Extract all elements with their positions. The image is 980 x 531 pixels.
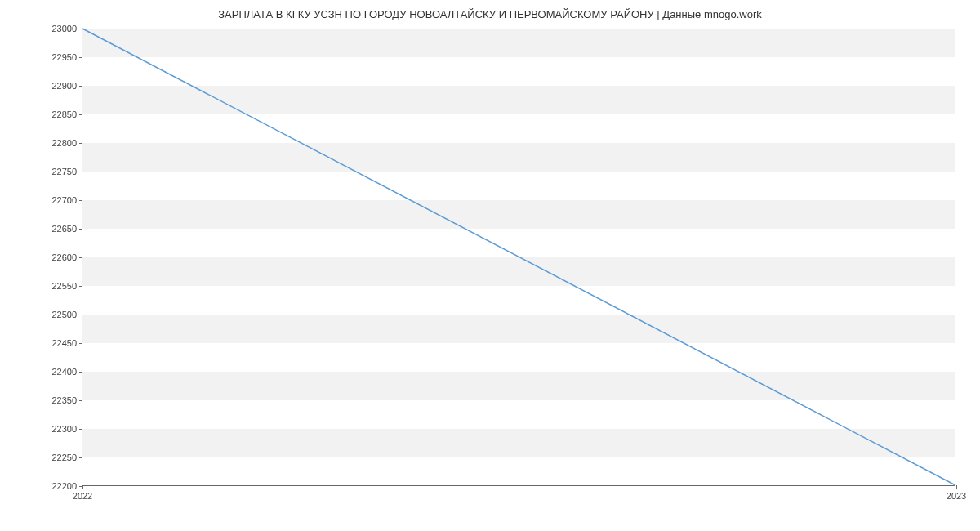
y-tick-mark <box>79 457 82 458</box>
y-tick-mark <box>79 429 82 430</box>
y-tick-mark <box>79 143 82 144</box>
y-tick-label: 22450 <box>36 338 77 348</box>
y-tick-mark <box>79 257 82 258</box>
y-tick-mark <box>79 29 82 29</box>
y-tick-label: 22900 <box>36 81 77 91</box>
y-tick-label: 22250 <box>36 453 77 462</box>
y-tick-mark <box>79 315 82 315</box>
y-tick-label: 22750 <box>36 167 77 176</box>
y-tick-mark <box>79 200 82 201</box>
data-line <box>82 29 956 485</box>
y-tick-label: 22850 <box>36 109 77 119</box>
y-tick-mark <box>79 286 82 287</box>
x-tick-label: 2022 <box>73 491 92 501</box>
chart-title: ЗАРПЛАТА В КГКУ УСЗН ПО ГОРОДУ НОВОАЛТАЙ… <box>0 0 980 20</box>
y-tick-label: 23000 <box>36 24 77 33</box>
y-tick-label: 22800 <box>36 138 77 148</box>
x-tick-mark <box>82 485 83 489</box>
y-tick-label: 22650 <box>36 224 77 234</box>
y-tick-label: 22200 <box>36 481 77 491</box>
y-tick-mark <box>79 400 82 401</box>
y-tick-label: 22950 <box>36 52 77 62</box>
y-tick-label: 22400 <box>36 367 77 377</box>
y-tick-label: 22500 <box>36 310 77 319</box>
x-tick-mark <box>956 485 957 489</box>
x-tick-label: 2023 <box>947 491 966 501</box>
y-tick-mark <box>79 114 82 115</box>
y-tick-label: 22600 <box>36 252 77 262</box>
chart-plot-area: 2220022250223002235022400224502250022550… <box>82 29 956 486</box>
y-tick-mark <box>79 172 82 172</box>
y-tick-label: 22700 <box>36 195 77 205</box>
line-series <box>82 29 956 485</box>
y-tick-mark <box>79 372 82 373</box>
y-tick-label: 22300 <box>36 424 77 434</box>
y-tick-label: 22350 <box>36 395 77 405</box>
y-tick-mark <box>79 86 82 87</box>
y-tick-mark <box>79 57 82 58</box>
y-tick-label: 22550 <box>36 281 77 291</box>
y-tick-mark <box>79 343 82 344</box>
y-tick-mark <box>79 229 82 230</box>
